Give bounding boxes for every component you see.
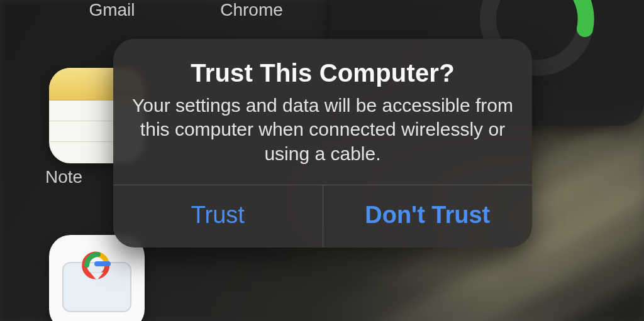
dialog-content: Trust This Computer? Your settings and d… [113, 39, 532, 185]
dialog-buttons: Trust Don't Trust [113, 185, 532, 248]
app-label-chrome: Chrome [195, 0, 308, 20]
app-icon-gboard[interactable] [49, 235, 145, 321]
dont-trust-button[interactable]: Don't Trust [323, 185, 533, 248]
app-label-notes: Note [45, 167, 121, 187]
gboard-icon [59, 245, 135, 320]
trust-computer-dialog: Trust This Computer? Your settings and d… [113, 39, 532, 248]
dialog-message: Your settings and data will be accessibl… [131, 94, 514, 166]
trust-button[interactable]: Trust [113, 185, 323, 248]
svg-rect-1 [63, 263, 131, 312]
app-label-gmail: Gmail [55, 0, 169, 20]
dialog-title: Trust This Computer? [131, 59, 514, 87]
